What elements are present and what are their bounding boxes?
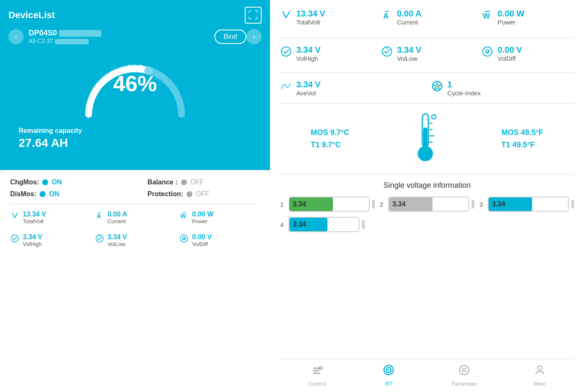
device-card: ‹ DP04S0 A5:C2:37 Bind ›: [0, 29, 270, 170]
t1-celsius-value: 9.7°C: [322, 141, 341, 149]
t1-label-left: T1: [311, 141, 322, 149]
voltage-cell-4: 4 3.34: [280, 217, 365, 232]
prev-device-button[interactable]: ‹: [8, 29, 24, 44]
nav-label-mine: Mine: [534, 381, 546, 387]
voltage-cell-3: 3 3.34: [479, 197, 574, 212]
balance-value: OFF: [190, 178, 204, 186]
voltage-bar-end-1: [372, 200, 375, 208]
nav-item-mine[interactable]: Mine: [534, 364, 546, 387]
right-row3-metric-cycle-index: ⚡ 1 Cycle-Index: [431, 79, 574, 97]
device-nav: ‹ DP04S0 A5:C2:37 Bind ›: [8, 29, 262, 44]
nav-icon-rt: [383, 364, 395, 379]
metric-icon-5: [179, 234, 189, 246]
right-metric-name-2: Power: [497, 19, 524, 26]
svg-rect-26: [313, 370, 319, 371]
thermometer-svg: [411, 111, 440, 165]
nav-label-rt: RT: [385, 381, 392, 387]
right-row3-name-0: AveVol: [296, 89, 321, 97]
right-mid-icon-1: [381, 46, 393, 60]
right-divider-2: [280, 72, 574, 73]
metric-value-0: 13.34 V: [23, 210, 46, 218]
right-mid-name-2: VolDiff: [497, 55, 522, 62]
voltage-index-4: 4: [280, 221, 286, 228]
expand-icon[interactable]: ⛶: [245, 7, 262, 24]
left-metrics-grid: 13.34 V TotalVolt A 0.00 A Current W 0.0…: [10, 210, 260, 247]
status-row-2: DisMos: ON Protection: OFF: [10, 190, 260, 198]
right-mid-icon-2: [481, 46, 493, 60]
left-metric-current: A 0.00 A Current: [95, 210, 176, 224]
mos-celsius-row: MOS 9.7°C: [311, 128, 349, 137]
mos-label-right: MOS: [501, 128, 521, 137]
right-row3-name-1: Cycle-Index: [447, 89, 481, 97]
nav-item-parameter[interactable]: Parameter: [452, 364, 477, 387]
dismos-status: DisMos: ON: [10, 190, 122, 198]
nav-label-parameter: Parameter: [452, 381, 477, 387]
svg-rect-27: [313, 373, 320, 374]
right-metric-val-1: 0.00 A: [397, 8, 422, 19]
right-mid-icon-0: [280, 46, 292, 60]
voltage-bar-end-3: [571, 200, 574, 208]
right-row3-icon-1: ⚡: [431, 80, 443, 95]
voltage-row-2: 4 3.34: [280, 217, 574, 232]
svg-point-13: [483, 47, 492, 56]
t1-celsius-row: T1 9.7°C: [311, 141, 349, 149]
voltage-bar-wrap-3: 3.34: [488, 197, 569, 212]
device-name: DP04S0: [29, 29, 209, 38]
nav-label-control: Control: [308, 381, 326, 387]
voltage-bar-wrap-4: 3.34: [289, 217, 360, 232]
nav-item-control[interactable]: Control: [308, 364, 326, 387]
nav-item-rt[interactable]: RT: [383, 364, 395, 387]
mos-fahrenheit-value: 49.5°F: [521, 128, 543, 137]
chgmos-dot: [42, 179, 48, 185]
right-row3-val-1: 1: [447, 79, 481, 89]
right-top-metric-current: A 0.00 A Current: [381, 8, 473, 26]
temp-celsius: MOS 9.7°C T1 9.7°C: [311, 128, 349, 149]
svg-rect-25: [313, 368, 322, 369]
metric-name-5: VolDiff: [192, 241, 211, 247]
device-mac-redacted: [55, 39, 89, 44]
metric-name-4: VolLow: [108, 241, 127, 247]
metric-value-1: 0.00 A: [108, 210, 127, 218]
right-mid-val-0: 3.34 V: [296, 45, 321, 55]
svg-point-24: [432, 115, 436, 119]
bind-button[interactable]: Bind: [214, 30, 246, 44]
right-metric-name-0: TotalVolt: [296, 19, 325, 26]
metric-value-5: 0.00 V: [192, 233, 211, 241]
metric-value-4: 3.34 V: [108, 233, 127, 241]
voltage-bar-text-4: 3.34: [289, 221, 309, 228]
right-panel: 13.34 V TotalVolt A 0.00 A Current W 0.0…: [270, 0, 584, 392]
voltage-index-1: 1: [280, 201, 286, 208]
svg-point-33: [462, 368, 466, 372]
right-row3-metric-avevol: 3.34 V AveVol: [280, 79, 423, 97]
metric-value-3: 3.34 V: [23, 233, 42, 241]
right-mid-val-1: 3.34 V: [397, 45, 422, 55]
right-metric-val-0: 13.34 V: [296, 8, 325, 19]
protection-dot: [187, 191, 192, 197]
device-name-redacted: [59, 30, 101, 37]
right-metric-name-1: Current: [397, 19, 422, 26]
left-panel: DeviceList ⛶ ‹ DP04S0 A5:C2:37 Bind ›: [0, 0, 270, 392]
svg-point-32: [460, 365, 469, 375]
thermometer-icon: [411, 111, 440, 167]
balance-label: Balance :: [148, 178, 178, 186]
metric-icon-1: A: [95, 211, 104, 223]
t1-fahrenheit-value: 49.5°F: [512, 141, 535, 149]
t1-label-right: T1: [501, 141, 512, 149]
balance-dot: [181, 179, 187, 185]
nav-icon-mine: [534, 364, 546, 379]
remaining-value: 27.64 AH: [19, 136, 251, 150]
right-row3-val-0: 3.34 V: [296, 79, 321, 89]
device-mac: A5:C2:37: [29, 38, 209, 44]
right-mid-val-2: 0.00 V: [497, 45, 522, 55]
voltage-index-3: 3: [479, 201, 485, 208]
next-device-button[interactable]: ›: [246, 29, 262, 44]
right-metric-icon-2: W: [481, 9, 493, 24]
status-section: ChgMos: ON Balance : OFF DisMos: ON Prot…: [0, 170, 270, 392]
gauge-wrapper: SOC 46%: [76, 51, 194, 119]
left-metric-voldiff: 0.00 V VolDiff: [179, 233, 260, 247]
left-metric-vollow: 3.34 V VolLow: [95, 233, 176, 247]
voltage-bar-wrap-2: 3.34: [388, 197, 469, 212]
right-mid-name-0: VolHigh: [296, 55, 321, 62]
device-list-title: DeviceList: [8, 10, 55, 21]
voltage-row-1: 1 3.34 2 3.34 3 3.34: [280, 197, 574, 212]
